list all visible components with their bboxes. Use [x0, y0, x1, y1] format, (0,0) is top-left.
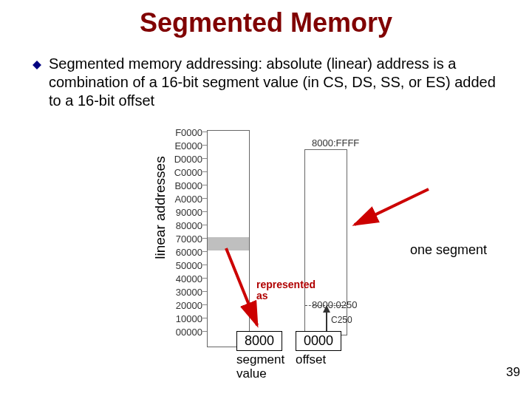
- page-number: 39: [506, 365, 520, 380]
- tick-50000: 50000: [170, 260, 202, 271]
- memory-diagram: F0000 E0000 D0000 C0000 B0000 A0000 9000…: [164, 126, 349, 362]
- svg-line-1: [355, 189, 429, 225]
- tick-60000: 60000: [170, 247, 202, 258]
- offset-caption: offset: [296, 353, 340, 367]
- svg-rect-0: [33, 61, 41, 69]
- segment-linear-code: C250: [331, 315, 352, 325]
- tick-30000: 30000: [170, 287, 202, 298]
- tick-20000: 20000: [170, 300, 202, 311]
- one-segment-label: one segment: [410, 242, 487, 258]
- offset-value-box: 0000: [296, 331, 341, 351]
- linear-memory-column: [207, 130, 250, 347]
- tick-90000: 90000: [170, 207, 202, 218]
- tick-80000: 80000: [170, 220, 202, 231]
- tick-D0000: D0000: [170, 154, 202, 165]
- highlighted-segment-80000: [208, 237, 249, 250]
- slide-title: Segmented Memory: [0, 7, 532, 38]
- red-arrow-one-segment-icon: [347, 180, 436, 239]
- segment-value-box: 8000: [236, 331, 282, 351]
- bullet-row: Segmented memory addressing: absolute (l…: [33, 55, 511, 110]
- tick-00000: 00000: [170, 327, 202, 338]
- represented-as-label: represented as: [256, 279, 316, 302]
- tick-70000: 70000: [170, 233, 202, 245]
- diamond-bullet-icon: [33, 59, 41, 68]
- slide: Segmented Memory Segmented memory addres…: [0, 0, 532, 399]
- tick-A0000: A0000: [170, 194, 202, 205]
- tick-B0000: B0000: [170, 180, 202, 191]
- bullet-text: Segmented memory addressing: absolute (l…: [49, 55, 511, 110]
- tick-40000: 40000: [170, 273, 202, 284]
- segment-top-label: 8000:FFFF: [312, 137, 359, 149]
- tick-C0000: C0000: [170, 167, 202, 178]
- tick-10000: 10000: [170, 313, 202, 324]
- tick-F0000: F0000: [170, 127, 202, 138]
- segment-value-caption: segment value: [236, 353, 292, 381]
- segment-mid-label: 8000:0250: [312, 299, 357, 310]
- tick-E0000: E0000: [170, 140, 202, 151]
